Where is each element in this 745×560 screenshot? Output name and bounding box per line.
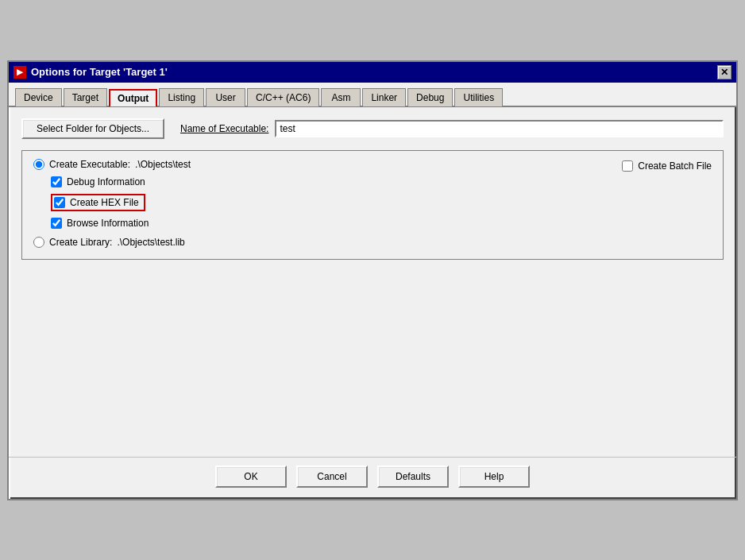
- create-hex-checkbox[interactable]: [54, 197, 65, 208]
- create-library-path: .\Objects\test.lib: [117, 237, 184, 248]
- options-dialog: ▶ Options for Target 'Target 1' ✕ Device…: [7, 60, 738, 500]
- name-row: Name of Executable:: [180, 120, 724, 137]
- tab-asm[interactable]: Asm: [321, 88, 361, 106]
- select-folder-button[interactable]: Select Folder for Objects...: [21, 118, 164, 139]
- bottom-buttons: OK Cancel Defaults Help: [9, 457, 736, 499]
- tab-output[interactable]: Output: [109, 89, 157, 106]
- top-row: Select Folder for Objects... Name of Exe…: [21, 118, 724, 139]
- tab-listing[interactable]: Listing: [159, 88, 204, 106]
- defaults-button[interactable]: Defaults: [377, 465, 449, 488]
- debug-info-checkbox[interactable]: [51, 176, 62, 187]
- create-batch-row: Create Executable: .\Objects\test Debug …: [33, 159, 712, 248]
- dialog-title: Options for Target 'Target 1': [31, 66, 168, 78]
- tab-linker[interactable]: Linker: [362, 88, 406, 106]
- left-options: Create Executable: .\Objects\test Debug …: [33, 159, 622, 248]
- create-batch-label: Create Batch File: [638, 160, 712, 172]
- tab-content-output: Select Folder for Objects... Name of Exe…: [9, 107, 736, 282]
- tabs-bar: Device Target Output Listing User C/C++ …: [9, 83, 736, 107]
- spacer: [9, 282, 736, 457]
- name-of-executable-label: Name of Executable:: [180, 123, 268, 134]
- tab-utilities[interactable]: Utilities: [454, 88, 503, 106]
- tab-debug[interactable]: Debug: [407, 88, 453, 106]
- name-label-rest: ame of Executable:: [187, 123, 269, 134]
- create-hex-row: Create HEX File: [51, 194, 622, 211]
- create-batch-checkbox[interactable]: [622, 160, 633, 172]
- debug-info-row: Debug Information: [51, 176, 622, 187]
- browse-info-row: Browse Information: [51, 218, 622, 229]
- name-underline: N: [180, 123, 187, 134]
- create-library-label: Create Library:: [49, 237, 112, 248]
- tab-target[interactable]: Target: [64, 88, 107, 106]
- create-executable-radio[interactable]: [33, 159, 44, 170]
- output-options-group: Create Executable: .\Objects\test Debug …: [21, 150, 724, 260]
- name-of-executable-input[interactable]: [275, 120, 724, 137]
- create-hex-label: Create HEX File: [70, 197, 139, 208]
- app-icon: ▶: [14, 66, 26, 79]
- create-executable-row: Create Executable: .\Objects\test: [33, 159, 622, 170]
- help-button[interactable]: Help: [458, 465, 530, 488]
- create-hex-highlight: Create HEX File: [51, 194, 145, 211]
- titlebar: ▶ Options for Target 'Target 1' ✕: [9, 62, 736, 83]
- create-library-radio[interactable]: [33, 237, 44, 248]
- ok-button[interactable]: OK: [215, 465, 287, 488]
- tab-device[interactable]: Device: [15, 88, 62, 106]
- browse-info-checkbox[interactable]: [51, 218, 62, 229]
- tab-user[interactable]: User: [206, 88, 245, 106]
- titlebar-left: ▶ Options for Target 'Target 1': [14, 66, 168, 79]
- cancel-button[interactable]: Cancel: [296, 465, 368, 488]
- create-executable-path: .\Objects\test: [135, 159, 191, 170]
- create-library-row: Create Library: .\Objects\test.lib: [33, 237, 622, 248]
- create-executable-label: Create Executable:: [49, 159, 130, 170]
- create-batch-section: Create Batch File: [622, 159, 712, 172]
- browse-info-label: Browse Information: [67, 218, 149, 229]
- close-button[interactable]: ✕: [717, 65, 731, 79]
- tab-cpp-ac6[interactable]: C/C++ (AC6): [247, 88, 319, 106]
- debug-info-label: Debug Information: [67, 176, 145, 187]
